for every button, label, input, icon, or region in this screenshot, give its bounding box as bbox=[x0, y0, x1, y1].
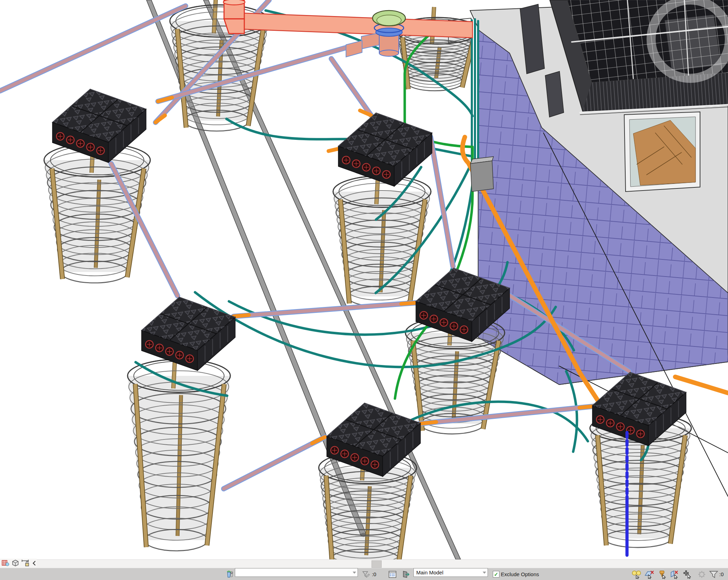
workset-selector[interactable] bbox=[235, 568, 358, 577]
locked-view-icon[interactable] bbox=[21, 559, 30, 567]
selection-filter-icon[interactable] bbox=[709, 568, 719, 580]
inspection-pit-base bbox=[379, 50, 399, 56]
design-options-icon[interactable] bbox=[388, 568, 397, 580]
design-option-value: Main Model bbox=[416, 570, 444, 575]
view-control-bar bbox=[0, 559, 37, 568]
coil-basket-e[interactable] bbox=[128, 349, 230, 551]
attenuation-crate-5[interactable] bbox=[327, 403, 420, 477]
select-links-icon[interactable] bbox=[631, 568, 642, 580]
pipe-mauve-7[interactable] bbox=[233, 303, 417, 316]
worksets-icon[interactable] bbox=[226, 568, 234, 580]
coil-basket-c[interactable] bbox=[333, 165, 431, 307]
pipe-manifold-stub-2[interactable] bbox=[346, 41, 362, 57]
pipe-orange-cap-5[interactable] bbox=[579, 406, 594, 408]
design-option-selector[interactable]: Main Model bbox=[413, 568, 488, 577]
chevron-down-icon bbox=[483, 572, 486, 574]
pipe-manifold-stub-1[interactable] bbox=[361, 33, 380, 49]
pipe-orange-east-run[interactable] bbox=[675, 377, 728, 393]
select-pinned-icon[interactable] bbox=[657, 568, 668, 580]
active-design-option-icon[interactable] bbox=[402, 568, 410, 580]
visual-style-icon[interactable] bbox=[12, 559, 19, 567]
pipe-orange-cap-4[interactable] bbox=[419, 422, 436, 424]
pipe-orange-cap-7[interactable] bbox=[401, 303, 417, 304]
model-viewport[interactable] bbox=[0, 0, 728, 559]
attenuation-crate-4[interactable] bbox=[142, 297, 235, 371]
pipe-mauve-3[interactable] bbox=[0, 6, 186, 91]
select-by-face-icon[interactable] bbox=[670, 568, 680, 580]
gear-icon[interactable] bbox=[697, 568, 707, 580]
pipe-mauve-10[interactable] bbox=[331, 59, 371, 115]
reveal-hidden-elements-icon[interactable] bbox=[2, 559, 9, 567]
pipe-orange-cap-6[interactable] bbox=[233, 315, 249, 316]
drag-on-selection-icon[interactable] bbox=[682, 568, 693, 580]
exclude-options-label: Exclude Options bbox=[501, 568, 539, 580]
inspection-pit-lid-inner bbox=[377, 15, 401, 26]
chevron-down-icon bbox=[353, 572, 356, 574]
checkmark-icon: ✓ bbox=[494, 572, 498, 577]
collapse-chevron[interactable] bbox=[32, 559, 37, 567]
revit-application-window: :0 Main Model ✓ Exclude Options bbox=[0, 0, 728, 580]
attenuation-crate-1[interactable] bbox=[52, 89, 146, 163]
horizontal-scrollbar-thumb[interactable] bbox=[372, 560, 382, 568]
selection-count: :0 bbox=[719, 568, 724, 580]
pipe-mauve-8[interactable] bbox=[224, 437, 325, 489]
horizontal-scrollbar-track[interactable] bbox=[0, 559, 728, 568]
editable-only-filter-icon[interactable] bbox=[362, 568, 370, 580]
exclude-options-checkbox[interactable]: ✓ bbox=[493, 571, 499, 578]
editable-only-count: :0 bbox=[372, 568, 376, 580]
pipe-red-collar bbox=[223, 0, 245, 5]
utility-box[interactable] bbox=[470, 161, 493, 192]
select-underlay-icon[interactable] bbox=[644, 568, 655, 580]
watermark-card bbox=[665, 15, 721, 71]
status-bar: :0 Main Model ✓ Exclude Options bbox=[0, 568, 728, 580]
attenuation-crate-2[interactable] bbox=[338, 113, 432, 186]
